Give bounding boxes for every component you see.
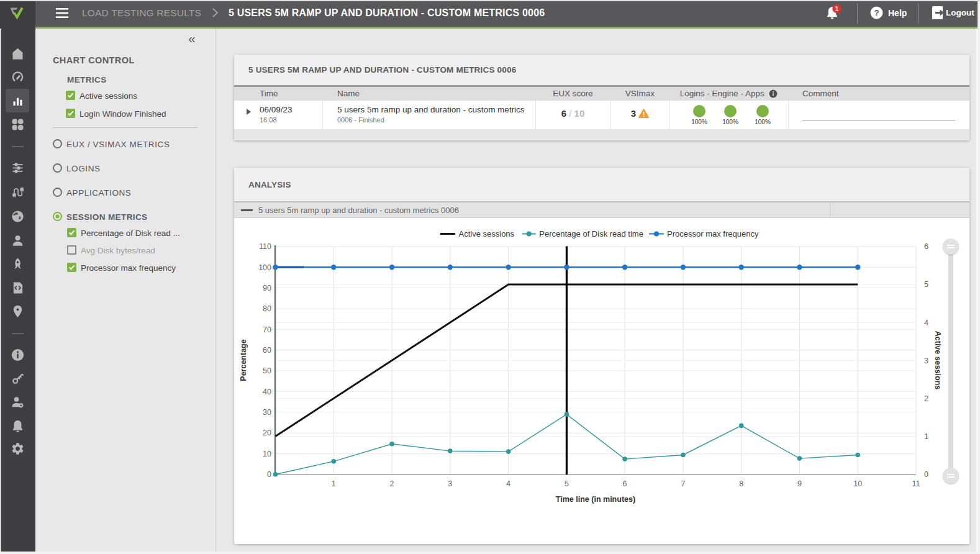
svg-text:Active sessions: Active sessions bbox=[459, 229, 515, 238]
svg-text:100: 100 bbox=[258, 263, 271, 272]
svg-text:80: 80 bbox=[263, 304, 271, 313]
svg-text:Percentage: Percentage bbox=[239, 339, 248, 381]
svg-text:0: 0 bbox=[924, 470, 928, 479]
svg-text:Time line (in minutes): Time line (in minutes) bbox=[556, 495, 635, 504]
svg-text:60: 60 bbox=[263, 346, 271, 355]
svg-text:0: 0 bbox=[267, 470, 271, 479]
svg-text:10: 10 bbox=[263, 450, 271, 458]
svg-text:20: 20 bbox=[263, 429, 271, 437]
svg-text:110: 110 bbox=[259, 242, 271, 251]
svg-text:70: 70 bbox=[263, 325, 271, 334]
svg-text:7: 7 bbox=[681, 479, 685, 488]
svg-text:2: 2 bbox=[924, 394, 928, 403]
svg-text:90: 90 bbox=[263, 284, 271, 293]
svg-text:Processor max frequency: Processor max frequency bbox=[667, 229, 759, 238]
svg-text:9: 9 bbox=[797, 479, 802, 488]
svg-text:5: 5 bbox=[565, 479, 569, 488]
svg-text:1: 1 bbox=[924, 432, 928, 441]
svg-text:8: 8 bbox=[739, 479, 743, 488]
svg-text:4: 4 bbox=[924, 319, 928, 327]
svg-text:Active sessions: Active sessions bbox=[933, 331, 942, 390]
svg-text:50: 50 bbox=[263, 366, 271, 375]
svg-text:3: 3 bbox=[448, 479, 452, 488]
svg-text:2: 2 bbox=[390, 479, 394, 488]
svg-text:5: 5 bbox=[924, 280, 928, 289]
svg-text:11: 11 bbox=[912, 479, 920, 488]
svg-text:3: 3 bbox=[924, 356, 928, 365]
svg-text:Percentage of Disk read time: Percentage of Disk read time bbox=[539, 229, 643, 238]
svg-text:?: ? bbox=[874, 8, 879, 17]
svg-text:1: 1 bbox=[332, 479, 336, 488]
svg-text:4: 4 bbox=[506, 479, 510, 488]
svg-text:1: 1 bbox=[835, 5, 839, 12]
svg-text:40: 40 bbox=[263, 388, 271, 396]
svg-text:30: 30 bbox=[263, 408, 271, 417]
svg-text:6: 6 bbox=[924, 242, 928, 251]
svg-text:6: 6 bbox=[623, 479, 627, 488]
svg-text:10: 10 bbox=[853, 479, 862, 488]
